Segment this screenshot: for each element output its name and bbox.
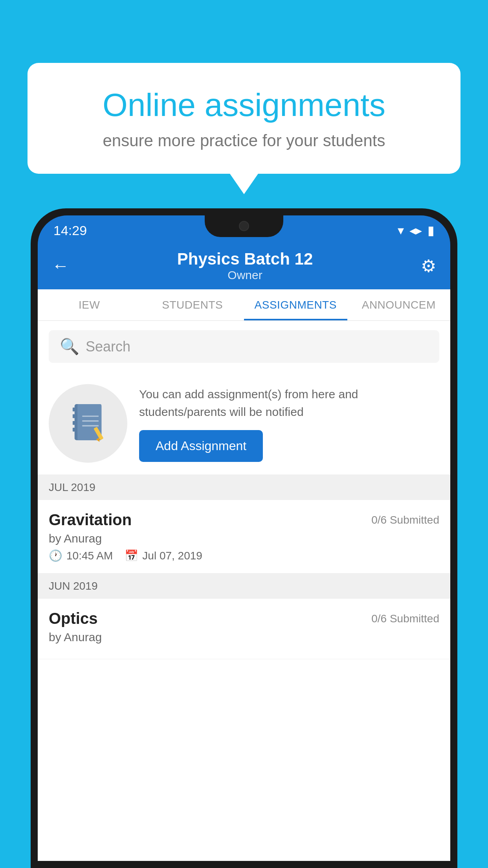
add-assignment-button[interactable]: Add Assignment bbox=[139, 430, 263, 462]
optics-top: Optics 0/6 Submitted bbox=[49, 610, 439, 627]
svg-rect-2 bbox=[73, 408, 77, 412]
empty-state-right: You can add assignment(s) from here and … bbox=[139, 385, 439, 462]
phone-frame: 14:29 ▾ ◂▸ ▮ ← Physics Batch 12 Owner ⚙ … bbox=[31, 208, 457, 868]
assignment-submitted: 0/6 Submitted bbox=[371, 514, 439, 526]
content-area: 🔍 Search bbox=[38, 321, 450, 861]
promo-section: Online assignments ensure more practice … bbox=[28, 63, 460, 174]
app-bar-center: Physics Batch 12 Owner bbox=[177, 250, 313, 282]
assignment-author: by Anurag bbox=[49, 532, 439, 545]
bubble-title: Online assignments bbox=[55, 86, 433, 123]
speech-bubble: Online assignments ensure more practice … bbox=[28, 63, 460, 174]
section-header-jul: JUL 2019 bbox=[38, 475, 450, 500]
status-time: 14:29 bbox=[53, 223, 87, 238]
assignment-item-gravitation[interactable]: Gravitation 0/6 Submitted by Anurag 🕐 10… bbox=[38, 500, 450, 574]
section-header-jun: JUN 2019 bbox=[38, 574, 450, 599]
svg-rect-4 bbox=[73, 421, 77, 425]
back-button[interactable]: ← bbox=[52, 256, 69, 276]
app-bar: ← Physics Batch 12 Owner ⚙ bbox=[38, 242, 450, 289]
tab-assignments[interactable]: ASSIGNMENTS bbox=[244, 289, 347, 320]
app-bar-subtitle: Owner bbox=[177, 268, 313, 282]
battery-icon: ▮ bbox=[427, 223, 435, 238]
tabs: IEW STUDENTS ASSIGNMENTS ANNOUNCEM bbox=[38, 289, 450, 321]
optics-submitted: 0/6 Submitted bbox=[371, 612, 439, 625]
tab-announcements[interactable]: ANNOUNCEM bbox=[347, 289, 451, 320]
camera bbox=[239, 221, 249, 231]
optics-title: Optics bbox=[49, 610, 97, 627]
assignment-time: 🕐 10:45 AM bbox=[49, 549, 113, 562]
tab-students[interactable]: STUDENTS bbox=[141, 289, 244, 320]
notebook-icon bbox=[68, 402, 108, 445]
phone-screen: 14:29 ▾ ◂▸ ▮ ← Physics Batch 12 Owner ⚙ … bbox=[38, 215, 450, 861]
svg-rect-3 bbox=[73, 414, 77, 418]
empty-state-description: You can add assignment(s) from here and … bbox=[139, 385, 439, 421]
assignment-date: 📅 Jul 07, 2019 bbox=[125, 549, 202, 562]
search-bar[interactable]: 🔍 Search bbox=[49, 330, 439, 363]
app-bar-title: Physics Batch 12 bbox=[177, 250, 313, 268]
tab-iew[interactable]: IEW bbox=[38, 289, 141, 320]
phone-notch bbox=[205, 215, 283, 237]
signal-icon: ◂▸ bbox=[409, 223, 422, 238]
notebook-icon-circle bbox=[49, 384, 127, 463]
assignment-item-optics[interactable]: Optics 0/6 Submitted by Anurag bbox=[38, 599, 450, 659]
status-icons: ▾ ◂▸ ▮ bbox=[398, 223, 435, 238]
wifi-icon: ▾ bbox=[398, 223, 404, 238]
search-icon: 🔍 bbox=[60, 337, 79, 356]
bubble-subtitle: ensure more practice for your students bbox=[55, 131, 433, 150]
empty-state: You can add assignment(s) from here and … bbox=[38, 372, 450, 475]
settings-button[interactable]: ⚙ bbox=[421, 256, 436, 276]
optics-author: by Anurag bbox=[49, 631, 439, 644]
assignment-top: Gravitation 0/6 Submitted bbox=[49, 511, 439, 529]
assignment-title: Gravitation bbox=[49, 511, 132, 529]
assignment-meta: 🕐 10:45 AM 📅 Jul 07, 2019 bbox=[49, 549, 439, 562]
svg-rect-5 bbox=[73, 428, 77, 432]
clock-icon: 🕐 bbox=[49, 549, 62, 562]
search-placeholder: Search bbox=[86, 338, 130, 355]
calendar-icon: 📅 bbox=[125, 549, 138, 562]
